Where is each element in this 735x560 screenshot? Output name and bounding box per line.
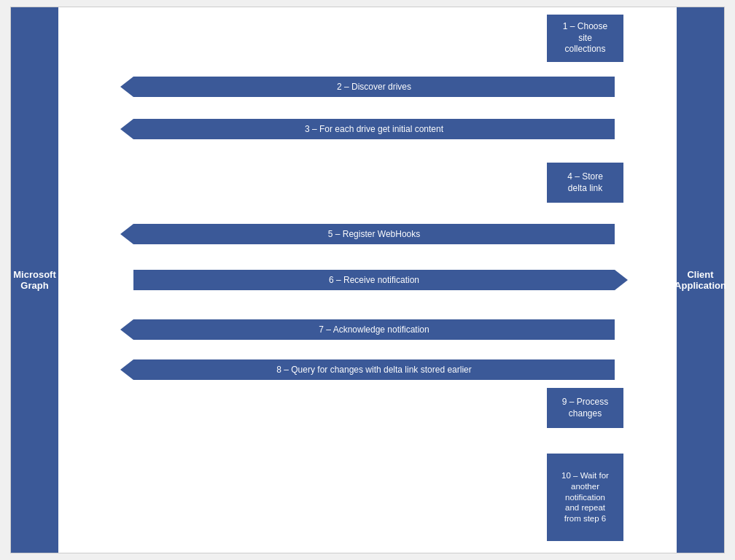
arrow-initial-content: 3 – For each drive get initial content <box>133 119 615 139</box>
right-label: ClientApplication <box>677 7 724 553</box>
arrow-register-webhooks: 5 – Register WebHooks <box>133 224 615 244</box>
arrow-receive-notification: 6 – Receive notification <box>133 270 615 290</box>
diagram-container: MicrosoftGraph ClientApplication 1 – Cho… <box>10 7 725 553</box>
box-store-delta-link: 4 – Storedelta link <box>547 163 623 203</box>
box-wait-repeat: 10 – Wait foranothernotificationand repe… <box>547 454 623 541</box>
box-choose-site-collections: 1 – Choosesitecollections <box>547 15 623 62</box>
main-area: 1 – Choosesitecollections 2 – Discover d… <box>58 7 677 553</box>
arrow-query-changes: 8 – Query for changes with delta link st… <box>133 359 615 380</box>
arrow-acknowledge-notification: 7 – Acknowledge notification <box>133 319 615 340</box>
left-label: MicrosoftGraph <box>11 7 58 553</box>
arrow-discover-drives: 2 – Discover drives <box>133 77 615 97</box>
box-process-changes: 9 – Processchanges <box>547 388 623 428</box>
